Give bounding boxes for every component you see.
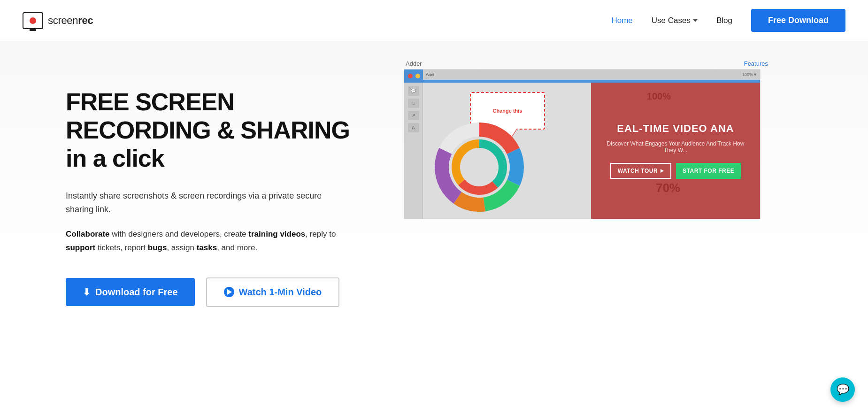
watch-tour-button[interactable]: WATCH TOUR bbox=[610, 163, 671, 179]
hero-description: Collaborate with designers and developer… bbox=[66, 228, 338, 255]
hero-buttons: ⬇ Download for Free Watch 1-Min Video bbox=[66, 277, 385, 307]
logo-text-light: screen bbox=[48, 15, 78, 26]
overlay-subtitle: Discover What Engages Your Audience And … bbox=[600, 140, 751, 154]
chat-bubble[interactable]: 💬 bbox=[830, 377, 855, 402]
donut-chart bbox=[432, 120, 526, 214]
collaborate-text: Collaborate bbox=[66, 230, 110, 238]
download-icon: ⬇ bbox=[83, 286, 91, 298]
hero-title: FREE SCREEN RECORDING & SHARING in a cli… bbox=[66, 88, 366, 172]
screenshot-content: 💬 □ ↗ A Change this bbox=[404, 83, 760, 219]
hero-right: Adder Features ScreenRec Image Edito... … bbox=[404, 60, 845, 219]
logo-icon bbox=[23, 12, 43, 29]
toolbar-font-label: Ariel bbox=[426, 72, 434, 77]
tools-panel: 💬 □ ↗ A bbox=[404, 83, 423, 219]
chevron-down-icon bbox=[693, 19, 698, 22]
download-for-free-button[interactable]: ⬇ Download for Free bbox=[66, 278, 195, 306]
watch-video-button[interactable]: Watch 1-Min Video bbox=[206, 277, 340, 307]
tool-text: A bbox=[408, 123, 419, 132]
hero-section: FREE SCREEN RECORDING & SHARING in a cli… bbox=[0, 41, 868, 415]
logo-text-bold: rec bbox=[78, 15, 93, 26]
hero-left: FREE SCREEN RECORDING & SHARING in a cli… bbox=[66, 69, 385, 307]
tool-chat: 💬 bbox=[408, 86, 419, 96]
adder-label: Adder bbox=[406, 60, 422, 67]
toolbar-controls: 100%▼ bbox=[742, 72, 757, 77]
tool-rect: □ bbox=[408, 99, 419, 108]
bugs-text: bugs bbox=[148, 243, 167, 252]
nav-use-cases[interactable]: Use Cases bbox=[652, 16, 698, 25]
features-label: Features bbox=[744, 60, 768, 67]
nav-blog[interactable]: Blog bbox=[716, 16, 732, 25]
chat-bubble-icon: 💬 bbox=[837, 384, 849, 396]
hero-subtitle: Instantly share screenshots & screen rec… bbox=[66, 189, 338, 216]
hero-image: Adder Features ScreenRec Image Edito... … bbox=[404, 60, 770, 219]
minimize-dot bbox=[415, 74, 420, 78]
overlay-title: EAL-TIME VIDEO ANA bbox=[617, 123, 734, 135]
ss-main-content: Change this bbox=[423, 83, 760, 219]
play-icon bbox=[224, 287, 234, 297]
monitor-stand bbox=[30, 29, 36, 31]
start-for-free-button[interactable]: START FOR FREE bbox=[676, 163, 741, 179]
nav-links: Home Use Cases Blog Free Download bbox=[611, 9, 845, 32]
support-text: support bbox=[66, 243, 95, 252]
tool-arrow: ↗ bbox=[408, 111, 419, 120]
training-videos-text: training videos bbox=[248, 230, 305, 238]
ss-toolbar: Ariel 100%▼ bbox=[423, 69, 760, 80]
free-download-button[interactable]: Free Download bbox=[751, 9, 845, 32]
navbar: screenrec Home Use Cases Blog Free Downl… bbox=[0, 0, 868, 41]
overlay-buttons: WATCH TOUR START FOR FREE bbox=[610, 163, 741, 179]
screenshot-container: ScreenRec Image Edito... Ariel 100%▼ 💬 □… bbox=[404, 69, 760, 219]
logo-text: screenrec bbox=[48, 15, 93, 27]
tasks-text: tasks bbox=[197, 243, 217, 252]
record-dot-icon bbox=[30, 17, 36, 24]
nav-home[interactable]: Home bbox=[611, 16, 632, 25]
arrow-right-icon bbox=[661, 169, 664, 173]
ss-overlay-panel: EAL-TIME VIDEO ANA Discover What Engages… bbox=[591, 83, 760, 219]
close-dot bbox=[408, 74, 413, 78]
logo[interactable]: screenrec bbox=[23, 12, 93, 29]
